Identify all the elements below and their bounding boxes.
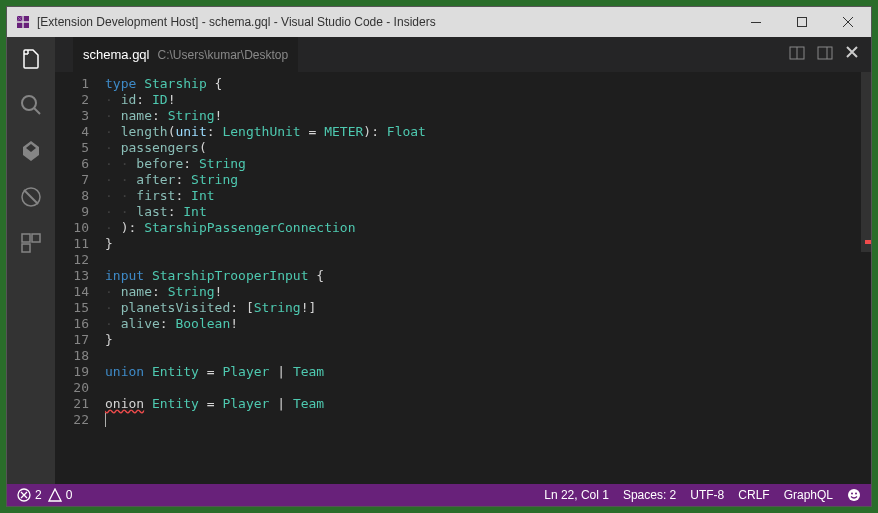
split-editor-icon[interactable] bbox=[789, 45, 805, 65]
svg-rect-4 bbox=[22, 234, 30, 242]
minimap-error-marker bbox=[865, 240, 871, 244]
svg-point-10 bbox=[848, 489, 860, 501]
extensions-icon[interactable] bbox=[17, 229, 45, 257]
svg-rect-5 bbox=[32, 234, 40, 242]
svg-point-12 bbox=[855, 493, 857, 495]
svg-rect-8 bbox=[818, 47, 832, 59]
code-content[interactable]: type Starship {· id: ID!· name: String!·… bbox=[105, 72, 861, 484]
status-encoding[interactable]: UTF-8 bbox=[690, 488, 724, 502]
minimap-slider[interactable] bbox=[861, 72, 871, 252]
svg-rect-1 bbox=[798, 18, 807, 27]
maximize-button[interactable] bbox=[779, 7, 825, 37]
status-indentation[interactable]: Spaces: 2 bbox=[623, 488, 676, 502]
close-button[interactable] bbox=[825, 7, 871, 37]
svg-rect-0 bbox=[751, 22, 761, 23]
explorer-icon[interactable] bbox=[17, 45, 45, 73]
search-icon[interactable] bbox=[17, 91, 45, 119]
status-feedback-icon[interactable] bbox=[847, 488, 861, 502]
minimize-button[interactable] bbox=[733, 7, 779, 37]
editor-area: schema.gql C:\Users\kumar\Desktop 123456… bbox=[55, 37, 871, 484]
line-numbers: 12345678910111213141516171819202122 bbox=[55, 72, 105, 484]
close-tab-icon[interactable] bbox=[845, 45, 859, 65]
minimap[interactable] bbox=[861, 72, 871, 484]
svg-point-2 bbox=[22, 96, 36, 110]
titlebar[interactable]: [Extension Development Host] - schema.gq… bbox=[7, 7, 871, 37]
window-title: [Extension Development Host] - schema.gq… bbox=[37, 15, 436, 29]
app-window: [Extension Development Host] - schema.gq… bbox=[6, 6, 872, 507]
status-errors[interactable]: 2 bbox=[17, 488, 42, 502]
status-cursor-position[interactable]: Ln 22, Col 1 bbox=[544, 488, 609, 502]
app-icon bbox=[15, 14, 31, 30]
tab-bar: schema.gql C:\Users\kumar\Desktop bbox=[55, 37, 871, 72]
activity-bar bbox=[7, 37, 55, 484]
tab-schema-gql[interactable]: schema.gql C:\Users\kumar\Desktop bbox=[73, 37, 298, 72]
tab-filepath: C:\Users\kumar\Desktop bbox=[157, 48, 288, 62]
svg-rect-6 bbox=[22, 244, 30, 252]
status-bar: 2 0 Ln 22, Col 1 Spaces: 2 UTF-8 CRLF Gr… bbox=[7, 484, 871, 506]
panel-icon[interactable] bbox=[817, 45, 833, 65]
code-editor[interactable]: 12345678910111213141516171819202122 type… bbox=[55, 72, 871, 484]
window-controls bbox=[733, 7, 871, 37]
status-eol[interactable]: CRLF bbox=[738, 488, 769, 502]
svg-point-11 bbox=[851, 493, 853, 495]
source-control-icon[interactable] bbox=[17, 137, 45, 165]
debug-icon[interactable] bbox=[17, 183, 45, 211]
status-warnings[interactable]: 0 bbox=[48, 488, 73, 502]
tab-filename: schema.gql bbox=[83, 47, 149, 62]
status-language[interactable]: GraphQL bbox=[784, 488, 833, 502]
